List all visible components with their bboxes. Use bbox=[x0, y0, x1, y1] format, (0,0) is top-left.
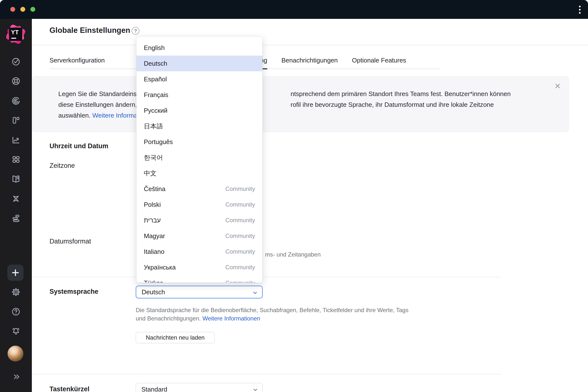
section-divider bbox=[32, 277, 501, 277]
settings-button[interactable] bbox=[10, 287, 21, 298]
language-option-francais[interactable]: Français bbox=[136, 87, 262, 103]
hourglass-icon bbox=[11, 194, 21, 204]
language-option-portugues[interactable]: Português bbox=[136, 134, 262, 150]
language-option-hebrew[interactable]: עבריתCommunity bbox=[136, 212, 262, 228]
language-option-cestina[interactable]: ČeštinaCommunity bbox=[136, 181, 262, 197]
question-circle-icon bbox=[11, 307, 21, 316]
section-heading-time-date: Uhrzeit und Datum bbox=[50, 142, 108, 150]
description-more-info-link[interactable]: Weitere Informationen bbox=[202, 315, 260, 322]
tab-optionale-features[interactable]: Optionale Features bbox=[352, 53, 406, 68]
trend-chart-icon bbox=[11, 135, 21, 145]
sidebar-item-gantt[interactable] bbox=[10, 213, 21, 224]
timezone-label: Zeitzone bbox=[50, 162, 75, 170]
info-banner: Legen Sie die Standardeinstellungen ntsp… bbox=[32, 76, 569, 132]
layers-icon bbox=[11, 214, 21, 223]
language-option-espanol[interactable]: Español bbox=[136, 71, 262, 87]
language-option-magyar[interactable]: MagyarCommunity bbox=[136, 228, 262, 244]
main-content: Globale Einstellungen ? Serverkonfigurat… bbox=[32, 19, 588, 392]
language-option-deutsch[interactable]: Deutsch bbox=[136, 56, 262, 71]
shortcuts-select[interactable]: Standard bbox=[136, 383, 263, 392]
banner-close-button[interactable] bbox=[554, 82, 562, 90]
notifications-button[interactable] bbox=[10, 326, 21, 337]
sidebar-item-dashboards[interactable] bbox=[10, 154, 21, 165]
check-circle-icon bbox=[11, 56, 21, 66]
lifebuoy-icon bbox=[11, 76, 21, 86]
plus-icon bbox=[10, 268, 20, 278]
sidebar-item-issues[interactable] bbox=[10, 56, 21, 67]
window-titlebar bbox=[0, 0, 588, 19]
language-option-polski[interactable]: PolskiCommunity bbox=[136, 197, 262, 212]
page-title: Globale Einstellungen bbox=[50, 26, 130, 35]
section-heading-shortcuts: Tastenkürzel bbox=[50, 386, 90, 392]
expand-sidebar-button[interactable] bbox=[10, 371, 21, 382]
chevron-down-icon bbox=[252, 386, 258, 392]
sidebar-item-helpdesk[interactable] bbox=[10, 95, 21, 106]
system-language-description: Die Standardsprache für die Bedienoberfl… bbox=[136, 306, 408, 323]
help-button[interactable] bbox=[10, 306, 21, 317]
zoom-window-button[interactable] bbox=[30, 7, 35, 12]
logo-monogram: YT bbox=[9, 28, 22, 41]
language-dropdown: English Deutsch Español Français Русский… bbox=[136, 36, 263, 283]
header-divider bbox=[32, 45, 588, 45]
language-option-russian[interactable]: Русский bbox=[136, 103, 262, 118]
reload-messages-button[interactable]: Nachrichten neu laden bbox=[136, 332, 214, 343]
grid-icon bbox=[11, 154, 21, 164]
section-heading-system-language: Systemsprache bbox=[50, 288, 98, 296]
language-option-turkce[interactable]: TürkçeCommunity bbox=[136, 275, 262, 283]
kebab-menu-icon[interactable] bbox=[577, 4, 582, 15]
gear-icon bbox=[11, 287, 21, 297]
youtrack-logo[interactable]: YT bbox=[6, 24, 26, 44]
bell-icon bbox=[11, 326, 21, 336]
sidebar: YT bbox=[0, 19, 32, 392]
book-icon bbox=[11, 174, 21, 184]
double-chevron-right-icon bbox=[11, 372, 21, 382]
sidebar-item-reports[interactable] bbox=[10, 134, 21, 145]
section-divider bbox=[32, 374, 501, 374]
language-option-chinese[interactable]: 中文 bbox=[136, 166, 262, 181]
agile-board-icon bbox=[11, 116, 21, 125]
dateformat-label: Datumsformat bbox=[50, 238, 91, 245]
sidebar-item-timesheets[interactable] bbox=[10, 193, 21, 204]
tab-benachrichtigungen[interactable]: Benachrichtigungen bbox=[282, 53, 338, 68]
create-button[interactable] bbox=[7, 264, 24, 281]
language-option-ukrainska[interactable]: УкраїнськаCommunity bbox=[136, 260, 262, 275]
language-option-korean[interactable]: 한국어 bbox=[136, 150, 262, 166]
language-option-english[interactable]: English bbox=[136, 40, 262, 56]
sidebar-item-projects[interactable] bbox=[10, 76, 21, 86]
system-language-select[interactable]: Deutsch bbox=[136, 286, 263, 298]
dateformat-note: ms- und Zeitangaben bbox=[265, 251, 321, 258]
page-help-icon[interactable]: ? bbox=[132, 27, 140, 35]
close-window-button[interactable] bbox=[10, 7, 15, 12]
language-option-italiano[interactable]: ItalianoCommunity bbox=[136, 244, 262, 260]
close-icon bbox=[554, 82, 561, 90]
chevron-down-icon bbox=[252, 290, 258, 296]
spiral-arcs-icon bbox=[11, 96, 21, 106]
tab-serverkonfiguration[interactable]: Serverkonfiguration bbox=[50, 53, 104, 68]
sidebar-item-agile-boards[interactable] bbox=[10, 115, 21, 126]
app-window: YT bbox=[0, 0, 588, 392]
sidebar-item-knowledge-base[interactable] bbox=[10, 174, 21, 184]
user-avatar[interactable] bbox=[8, 346, 23, 362]
language-option-japanese[interactable]: 日本語 bbox=[136, 118, 262, 134]
minimize-window-button[interactable] bbox=[20, 7, 25, 12]
